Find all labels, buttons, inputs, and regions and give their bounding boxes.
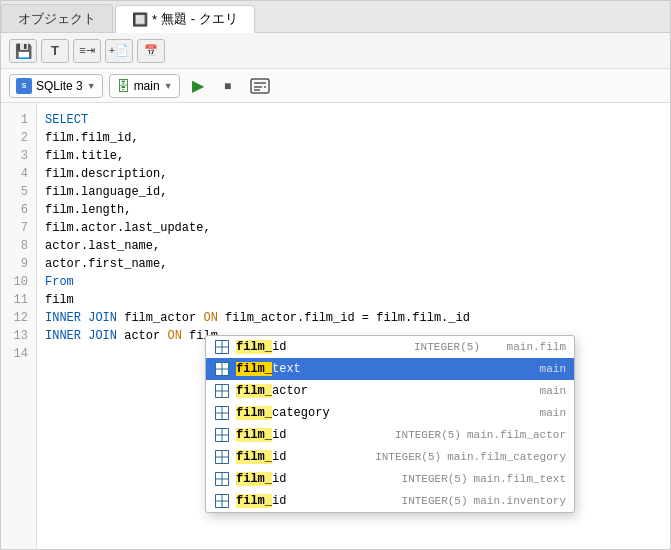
tab-objects-label: オブジェクト: [18, 10, 96, 28]
editor-area: 1 2 3 4 5 6 7 8 9 10 11 12 13 14 SELECT …: [1, 103, 670, 549]
list-button[interactable]: ≡⇥: [73, 39, 101, 63]
code-line-9: actor.first_name,: [45, 255, 662, 273]
line-num-14: 14: [1, 345, 36, 363]
ac-schema-7: main.inventory: [474, 492, 566, 510]
svg-rect-23: [216, 414, 222, 420]
line-numbers: 1 2 3 4 5 6 7 8 9 10 11 12 13 14: [1, 103, 37, 549]
code-line-3: film.title,: [45, 147, 662, 165]
ac-icon-2: [214, 383, 230, 399]
ac-item-6[interactable]: film_id INTEGER(5) main.film_text: [206, 468, 574, 490]
code-line-8: actor.last_name,: [45, 237, 662, 255]
explain-button[interactable]: [246, 74, 274, 98]
ac-item-7[interactable]: film_id INTEGER(5) main.inventory: [206, 490, 574, 512]
code-line-11: film: [45, 291, 662, 309]
svg-rect-29: [223, 436, 229, 442]
connection-bar: S SQLite 3 ▼ 🗄 main ▼ ▶ ■: [1, 69, 670, 103]
tab-query-label: 無題 - クエリ: [161, 10, 238, 28]
schema-select-arrow: ▼: [164, 81, 173, 91]
schema-label: main: [134, 79, 160, 93]
svg-rect-7: [223, 341, 229, 347]
ac-icon-1: [214, 361, 230, 377]
schema-select[interactable]: 🗄 main ▼: [109, 74, 180, 98]
line-num-6: 6: [1, 201, 36, 219]
ac-schema-2: main: [486, 382, 566, 400]
svg-rect-16: [216, 385, 222, 391]
svg-rect-14: [223, 370, 229, 376]
svg-rect-9: [223, 348, 229, 354]
ac-item-5[interactable]: film_id INTEGER(5) main.film_category: [206, 446, 574, 468]
line-num-1: 1: [1, 111, 36, 129]
ac-schema-3: main: [486, 404, 566, 422]
svg-rect-28: [216, 436, 222, 442]
ac-type-6: INTEGER(5): [402, 470, 468, 488]
ac-icon-6: [214, 471, 230, 487]
line-num-2: 2: [1, 129, 36, 147]
svg-rect-39: [223, 480, 229, 486]
ac-name-3: film_category: [236, 404, 480, 422]
ac-item-1[interactable]: film_text main: [206, 358, 574, 380]
svg-rect-44: [223, 502, 229, 508]
svg-rect-27: [223, 429, 229, 435]
code-line-7: film.actor.last_update,: [45, 219, 662, 237]
run-button[interactable]: ▶: [186, 74, 210, 98]
code-editor[interactable]: SELECT film.film_id, film.title, film.de…: [37, 103, 670, 549]
ac-item-3[interactable]: film_category main: [206, 402, 574, 424]
stop-button[interactable]: ■: [216, 74, 240, 98]
line-num-13: 13: [1, 327, 36, 345]
tab-bar: オブジェクト 🔲 * 無題 - クエリ: [1, 1, 670, 33]
save-button[interactable]: 💾: [9, 39, 37, 63]
tab-query[interactable]: 🔲 * 無題 - クエリ: [115, 5, 255, 33]
ac-name-0: film_id: [236, 338, 404, 356]
ac-item-4[interactable]: film_id INTEGER(5) main.film_actor: [206, 424, 574, 446]
svg-rect-22: [223, 407, 229, 413]
ac-name-2: film_actor: [236, 382, 480, 400]
db-connection-select[interactable]: S SQLite 3 ▼: [9, 74, 103, 98]
ac-item-0[interactable]: film_id INTEGER(5) main.film: [206, 336, 574, 358]
svg-rect-21: [216, 407, 222, 413]
toolbar: 💾 T ≡⇥ +📄 📅: [1, 33, 670, 69]
svg-rect-26: [216, 429, 222, 435]
svg-rect-36: [216, 473, 222, 479]
ac-item-2[interactable]: film_actor main: [206, 380, 574, 402]
svg-rect-24: [223, 414, 229, 420]
text-button[interactable]: T: [41, 39, 69, 63]
ac-icon-7: [214, 493, 230, 509]
line-num-12: 12: [1, 309, 36, 327]
ac-type-7: INTEGER(5): [402, 492, 468, 510]
explain-icon: [250, 78, 270, 94]
ac-icon-3: [214, 405, 230, 421]
svg-rect-32: [223, 451, 229, 457]
code-line-4: film.description,: [45, 165, 662, 183]
svg-rect-43: [216, 502, 222, 508]
code-line-12: INNER JOIN film_actor ON film_actor.film…: [45, 309, 662, 327]
line-num-5: 5: [1, 183, 36, 201]
svg-rect-17: [223, 385, 229, 391]
code-line-2: film.film_id,: [45, 129, 662, 147]
ac-name-5: film_id: [236, 448, 365, 466]
svg-rect-8: [216, 348, 222, 354]
line-num-4: 4: [1, 165, 36, 183]
code-line-1: SELECT: [45, 111, 662, 129]
tab-objects[interactable]: オブジェクト: [1, 4, 113, 32]
ac-schema-5: main.film_category: [447, 448, 566, 466]
line-num-10: 10: [1, 273, 36, 291]
add-button[interactable]: +📄: [105, 39, 133, 63]
svg-rect-13: [216, 370, 222, 376]
ac-schema-0: main.film: [486, 338, 566, 356]
svg-rect-33: [216, 458, 222, 464]
db-label: SQLite 3: [36, 79, 83, 93]
schema-icon: 🗄: [116, 78, 130, 94]
ac-schema-6: main.film_text: [474, 470, 566, 488]
query-tab-icon: 🔲: [132, 12, 148, 27]
ac-schema-1: main: [486, 360, 566, 378]
calendar-button[interactable]: 📅: [137, 39, 165, 63]
svg-rect-41: [216, 495, 222, 501]
ac-name-6: film_id: [236, 470, 392, 488]
autocomplete-dropdown: film_id INTEGER(5) main.film film_text m…: [205, 335, 575, 513]
line-num-7: 7: [1, 219, 36, 237]
ac-type-0: INTEGER(5): [414, 338, 480, 356]
svg-rect-38: [216, 480, 222, 486]
svg-rect-34: [223, 458, 229, 464]
svg-rect-19: [223, 392, 229, 398]
tab-modified-indicator: *: [152, 12, 157, 27]
